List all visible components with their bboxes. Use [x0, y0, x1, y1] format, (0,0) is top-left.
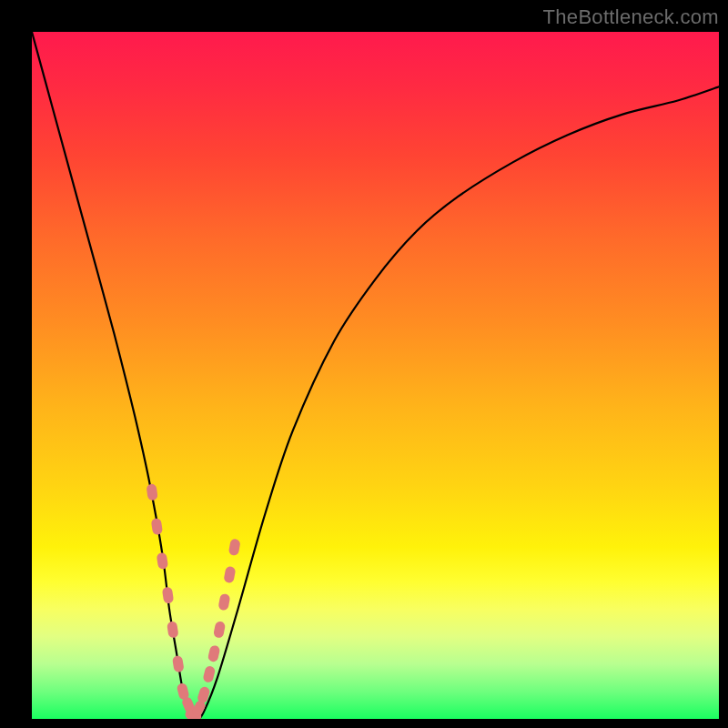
watermark-text: TheBottleneck.com	[543, 5, 719, 29]
marker-dot	[223, 566, 236, 584]
marker-dot	[217, 593, 230, 612]
marker-dot	[172, 655, 185, 673]
plot-area	[32, 32, 719, 719]
marker-dot	[157, 552, 169, 571]
marker-dot	[162, 586, 175, 603]
marker-dot	[167, 621, 179, 638]
marker-dot	[207, 644, 221, 662]
marker-dot	[228, 538, 241, 556]
bottleneck-curve	[32, 32, 719, 719]
marker-group	[146, 483, 240, 719]
marker-dot	[202, 665, 216, 683]
marker-dot	[151, 518, 164, 535]
marker-dot	[146, 483, 157, 500]
curve-layer	[32, 32, 719, 719]
outer-frame: TheBottleneck.com	[0, 0, 728, 728]
marker-dot	[213, 621, 226, 639]
